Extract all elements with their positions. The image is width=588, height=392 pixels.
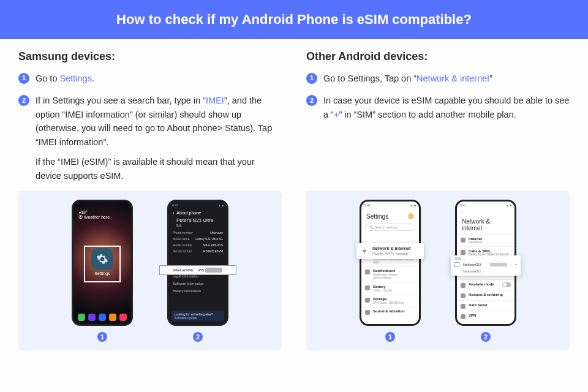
settings-title: Settings [361,208,419,222]
phone-icon [461,250,466,255]
gear-icon [91,248,113,270]
vpn-icon [461,314,466,319]
phone-mock-samsung-home: 9:41▲ ■ ●18°⦿ Weather here Settings [72,200,133,326]
shot-number-badge: 2 [481,332,491,342]
phone-mock-android-network: 9:41▲ ■ ← Network & internet InternetNei… [455,200,516,326]
step-body: If in Settings you see a search bar, typ… [36,94,282,183]
sound-icon [365,310,370,315]
search-bar: 🔍 Search settings [365,224,415,231]
about-phone-header: ‹About phone [169,208,227,216]
toggle [502,282,511,287]
other-screenshots-panel: 9:41▲ ■ Settings 🔍 Search settings AppsA… [306,191,570,350]
other-step-2: 2 In case your device is eSIM capable yo… [306,94,570,121]
weather-widget: ●18°⦿ Weather here [78,210,110,219]
other-shot-1: 9:41▲ ■ Settings 🔍 Search settings AppsA… [360,200,421,342]
step-number-badge: 1 [18,73,29,84]
other-step-1: 1 Go to Settings, Tap on “Network & inte… [306,72,570,85]
content-columns: Samsung devices: 1 Go to Settings. 2 If … [0,39,588,191]
samsung-shot-2: 9:41▲ ■ ‹About phone Peter's S21 Ultra E… [167,200,228,342]
wifi-icon [361,248,368,254]
data-saver-icon [461,304,466,309]
imei-esim-highlight: IMEI (eSIM) 355 [159,265,236,275]
other-shot-2: 9:41▲ ■ ← Network & internet InternetNei… [455,200,516,342]
samsung-step-2-note: If the “IMEI (eSIM)” is available it sho… [36,155,282,183]
shot-number-badge: 2 [193,332,203,342]
settings-icon-highlight: Settings [84,246,121,282]
sim-icon [454,262,459,267]
step-body: Go to Settings. [36,72,94,85]
hotspot-icon [461,293,466,298]
samsung-column: Samsung devices: 1 Go to Settings. 2 If … [18,50,282,191]
airplane-icon [461,283,466,288]
samsung-heading: Samsung devices: [18,50,282,63]
blurred-value [205,268,222,273]
footer-card: Looking for something else?Software upda… [172,311,224,322]
samsung-shot-1: 9:41▲ ■ ●18°⦿ Weather here Settings 1 [72,200,133,342]
storage-icon [365,298,370,303]
wifi-icon [461,238,466,243]
imei-link[interactable]: IMEI [206,96,224,105]
edit-label: Edit [169,224,227,227]
back-icon: ‹ [173,211,174,215]
screenshots-row: 9:41▲ ■ ●18°⦿ Weather here Settings 1 9:… [0,191,588,350]
avatar-icon [408,213,414,219]
step-body: Go to Settings, Tap on “Network & intern… [323,72,492,85]
sims-highlight: SIMs NeilseeGO + NeilseeGO [451,255,521,276]
samsung-step-1: 1 Go to Settings. [18,72,282,85]
notifications-icon [365,270,370,274]
step-body: In case your device is eSIM capable you … [323,94,570,121]
shot-number-badge: 1 [385,332,395,342]
step-number-badge: 2 [306,95,317,106]
battery-icon [365,285,370,290]
settings-link[interactable]: Settings [60,74,92,83]
shot-number-badge: 1 [97,332,107,342]
screen-title: Network & internet [457,217,514,234]
device-name: Peter's S21 Ultra [169,216,227,224]
network-internet-link[interactable]: Network & internet [417,74,489,83]
blurred-value [490,263,507,266]
page-title: How to check if my Android Phone is eSIM… [116,12,472,28]
phone-mock-samsung-about: 9:41▲ ■ ‹About phone Peter's S21 Ultra E… [167,200,228,326]
samsung-screenshots-panel: 9:41▲ ■ ●18°⦿ Weather here Settings 1 9:… [18,191,282,350]
other-heading: Other Android devices: [306,50,570,63]
step-number-badge: 1 [306,73,317,84]
other-column: Other Android devices: 1 Go to Settings,… [306,50,570,191]
phone-mock-android-settings: 9:41▲ ■ Settings 🔍 Search settings AppsA… [360,200,421,326]
plus-icon: + [511,262,517,267]
step-number-badge: 2 [18,95,29,106]
back-icon: ← [457,208,514,217]
dock [74,314,131,321]
samsung-step-2: 2 If in Settings you see a search bar, t… [18,94,282,183]
page-header: How to check if my Android Phone is eSIM… [0,0,588,39]
network-internet-highlight: Network & internetMobile, Wi-Fi, hotspot [356,243,424,259]
